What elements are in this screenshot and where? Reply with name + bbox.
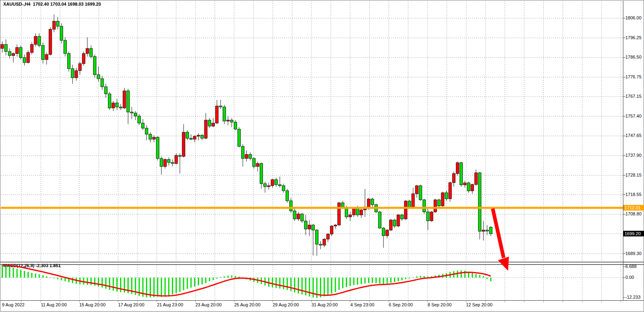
time-axis-label: 25 Aug 20:00 <box>234 302 261 307</box>
time-axis-label: 9 Aug 2022 <box>2 302 25 307</box>
chart-window: XAUUSD-,H4 1702.40 1703.04 1698.03 1699.… <box>0 0 644 312</box>
time-axis-label: 12 Sep 20:00 <box>466 302 492 307</box>
current-price-tag: 1699.20 <box>623 231 644 236</box>
time-axis-label: 11 Aug 20:00 <box>41 302 67 307</box>
time-axis-label: 17 Aug 20:00 <box>118 302 144 307</box>
candles <box>1 15 492 256</box>
price-axis-label: 1796.25 <box>625 35 642 40</box>
chart-canvas[interactable] <box>0 0 644 312</box>
time-axis-label: 23 Aug 20:00 <box>195 302 222 307</box>
time-axis-label: 21 Aug 23:00 <box>157 302 183 307</box>
macd-axis-label: 0.00 <box>625 275 634 280</box>
time-axis-label: 31 Aug 20:00 <box>311 302 338 307</box>
macd-signal-line <box>2 265 491 296</box>
price-axis-label: 1747.65 <box>625 133 642 138</box>
macd-axis-label: 6.688 <box>625 264 637 269</box>
price-axis-label: 1786.50 <box>625 55 642 59</box>
time-axis-label: 8 Sep 20:00 <box>428 302 451 307</box>
price-axis-label: 1708.80 <box>625 211 642 216</box>
macd-panel <box>2 265 491 298</box>
time-axis-label: 15 Aug 20:00 <box>79 302 106 307</box>
price-axis-label: 1728.15 <box>625 173 642 177</box>
gridlines <box>1 1 625 302</box>
panel-splitter[interactable] <box>0 262 644 265</box>
price-axis-label: 1718.55 <box>625 192 642 197</box>
price-axis-label: 1689.30 <box>625 251 642 256</box>
time-axis-label: 6 Sep 20:00 <box>389 302 413 307</box>
time-axis-label: 29 Aug 20:00 <box>273 302 299 307</box>
time-axis-label: 4 Sep 23:00 <box>350 302 374 307</box>
macd-axis-label: -12.233 <box>625 295 640 299</box>
trend-arrow[interactable] <box>493 209 509 271</box>
price-axis-label: 1806.00 <box>625 15 642 20</box>
price-axis-label: 1776.75 <box>625 74 642 79</box>
hline-price-tag: 1712.01 <box>623 205 644 211</box>
price-axis-label: 1767.15 <box>625 94 642 99</box>
chart-title-ohlc: XAUUSD-,H4 1702.40 1703.04 1698.03 1699.… <box>3 2 101 6</box>
price-axis-label: 1737.90 <box>625 153 642 158</box>
price-axis-label: 1757.40 <box>625 114 642 118</box>
